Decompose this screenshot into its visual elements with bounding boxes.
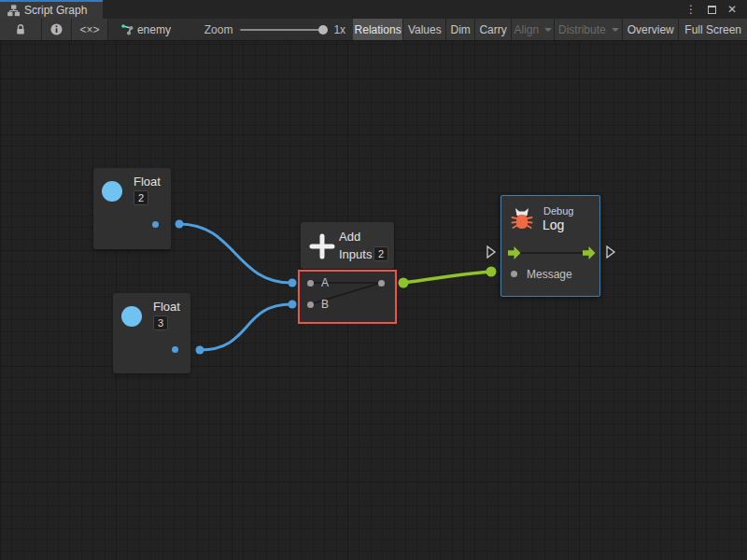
edge-endpoint (176, 220, 184, 229)
distribute-dropdown[interactable]: Distribute (555, 19, 623, 40)
graph-canvas[interactable]: Float 2 Float 3 Add Inputs 2 (0, 41, 747, 560)
zoom-label: Zoom (204, 23, 233, 36)
code-view-button[interactable]: <×> (72, 19, 108, 40)
zoom-slider[interactable] (240, 29, 326, 31)
node-add-header[interactable]: Add Inputs 2 (301, 222, 394, 269)
edge-endpoint (289, 301, 297, 309)
overview-button[interactable]: Overview (623, 19, 679, 40)
flow-input-triangle-icon[interactable] (487, 246, 495, 258)
node-float-3[interactable]: Float 3 (113, 293, 190, 373)
float-type-dot-icon (102, 181, 122, 202)
graph-name-label: enemy (137, 23, 171, 36)
node-title: Add (339, 230, 360, 244)
node-float-2[interactable]: Float 2 (93, 168, 171, 249)
window-close-button[interactable]: ✕ (725, 2, 740, 17)
flow-input-arrow-icon (508, 246, 521, 259)
code-brackets-icon: <×> (79, 23, 99, 36)
zoom-control: Zoom 1x (197, 19, 353, 40)
close-icon: ✕ (727, 3, 737, 16)
dim-label: Dim (450, 23, 470, 36)
lock-icon (15, 23, 26, 35)
titlebar: Script Graph ⋮ ✕ (0, 0, 747, 19)
zoom-slider-handle[interactable] (318, 25, 328, 35)
flow-output-arrow-icon (583, 246, 596, 259)
breadcrumb-graph-enemy[interactable]: enemy (108, 19, 184, 40)
edge-float3-to-add-b[interactable] (200, 304, 291, 350)
overview-label: Overview (627, 23, 674, 36)
chevron-down-icon (544, 28, 552, 32)
values-toggle[interactable]: Values (403, 19, 446, 40)
graph-toolbar: <×> enemy Zoom 1x Relations Values Dim C… (0, 19, 747, 41)
dim-toggle[interactable]: Dim (446, 19, 475, 40)
add-inputs-count-field[interactable]: 2 (374, 246, 388, 261)
fullscreen-label: Full Screen (684, 23, 741, 36)
float-value-field[interactable]: 3 (153, 315, 168, 330)
float-output-port[interactable] (152, 221, 159, 228)
edge-endpoint (486, 267, 497, 277)
info-button[interactable] (42, 19, 71, 40)
plus-icon (309, 233, 335, 259)
kebab-menu-icon: ⋮ (685, 3, 697, 16)
port-a-label: A (321, 276, 329, 289)
fullscreen-button[interactable]: Full Screen (679, 19, 747, 40)
node-title: Float (153, 300, 180, 314)
edge-endpoint (196, 346, 204, 355)
tab-title: Script Graph (24, 4, 87, 17)
graph-hierarchy-icon (7, 5, 20, 17)
window-controls: ⋮ ✕ (684, 0, 747, 19)
carry-label: Carry (479, 23, 506, 36)
maximize-icon (708, 6, 716, 14)
tab-script-graph[interactable]: Script Graph (0, 0, 103, 19)
node-subtitle: Inputs (339, 247, 372, 261)
node-add-ports[interactable]: A B (298, 270, 397, 324)
window-maximize-button[interactable] (704, 2, 719, 17)
edge-float2-to-add-a[interactable] (179, 224, 291, 283)
distribute-label: Distribute (558, 23, 606, 36)
edge-add-to-debug-message[interactable] (403, 272, 491, 283)
add-input-port-b[interactable] (307, 301, 314, 308)
float-value-field[interactable]: 2 (134, 190, 148, 205)
relations-label: Relations (355, 23, 402, 36)
align-dropdown[interactable]: Align (512, 19, 555, 40)
float-type-dot-icon (121, 306, 142, 327)
port-b-label: B (321, 298, 329, 311)
zoom-value: 1x (333, 23, 345, 36)
script-graph-window: Script Graph ⋮ ✕ <×> (0, 0, 747, 560)
message-port-label: Message (527, 268, 572, 281)
add-output-port[interactable] (378, 280, 385, 287)
window-menu-button[interactable]: ⋮ (684, 2, 698, 17)
relations-toggle[interactable]: Relations (353, 19, 403, 40)
node-debug-log[interactable]: Debug Log Message (500, 195, 600, 297)
add-input-port-a[interactable] (307, 280, 314, 287)
edge-endpoint (289, 279, 297, 287)
values-label: Values (408, 23, 442, 36)
float-output-port[interactable] (172, 346, 178, 353)
info-icon (50, 23, 63, 35)
chevron-down-icon (612, 28, 619, 32)
lock-button[interactable] (0, 19, 42, 40)
node-title: Float (134, 175, 161, 189)
flow-output-triangle-icon[interactable] (607, 246, 614, 258)
edge-endpoint (399, 278, 409, 288)
graph-nodes-icon (121, 24, 134, 35)
align-label: Align (514, 23, 540, 36)
debug-message-port[interactable] (511, 271, 517, 277)
carry-toggle[interactable]: Carry (475, 19, 512, 40)
